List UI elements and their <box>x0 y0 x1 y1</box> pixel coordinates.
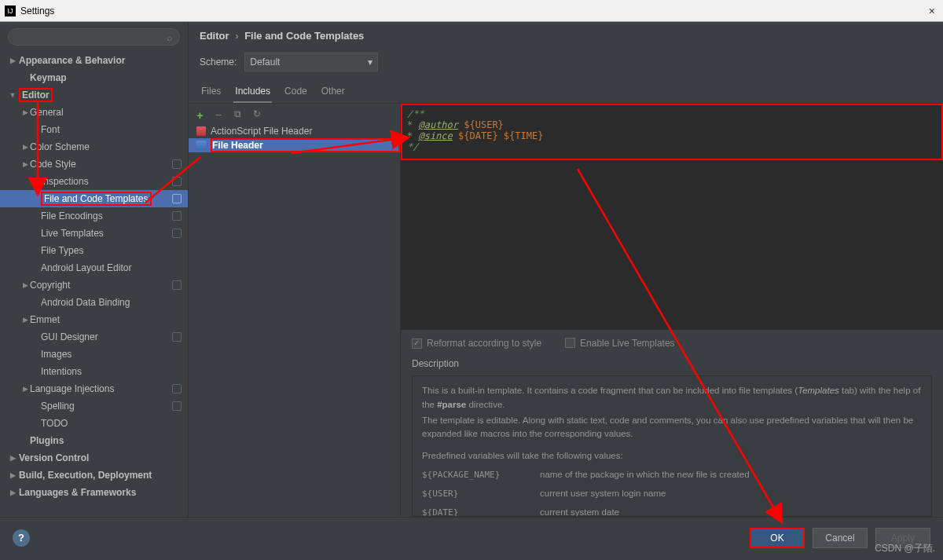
var-row: ${USER}current user system login name <box>422 487 922 501</box>
sidebar-item-font[interactable]: Font <box>0 121 188 138</box>
sidebar-item-android-layout[interactable]: Android Layout Editor <box>0 259 188 276</box>
cancel-button[interactable]: Cancel <box>813 528 868 548</box>
editor-split: + − ⧉ ↻ ActionScript File Header File He… <box>189 104 943 517</box>
sidebar-item-file-code-templates[interactable]: File and Code Templates <box>0 190 188 207</box>
reformat-checkbox[interactable]: Reformat according to style <box>412 338 541 349</box>
sidebar-item-keymap[interactable]: Keymap <box>0 69 188 86</box>
code-star: * <box>407 119 418 130</box>
template-file-header[interactable]: File Header <box>189 138 400 152</box>
sidebar-item-todo[interactable]: TODO <box>0 415 188 432</box>
code-line: /** <box>407 108 424 119</box>
sidebar-item-label: Language Injections <box>30 383 114 394</box>
close-icon[interactable]: × <box>926 5 938 17</box>
var-name: ${DATE} <box>422 506 540 517</box>
sidebar-item-label: Spelling <box>41 401 75 412</box>
enable-live-checkbox[interactable]: Enable Live Templates <box>565 338 675 349</box>
tab-label: Other <box>321 86 345 97</box>
sidebar-item-label: Android Data Binding <box>41 297 130 308</box>
checkbox-icon <box>565 338 575 348</box>
sidebar-item-label: File and Code Templates <box>44 193 149 204</box>
help-button[interactable]: ? <box>13 529 30 547</box>
var-name: ${USER} <box>422 487 540 501</box>
chevron-right-icon: ▶ <box>17 281 33 289</box>
tab-files[interactable]: Files <box>200 82 222 103</box>
sidebar-item-label: Font <box>41 124 60 135</box>
remove-icon[interactable]: − <box>215 108 226 119</box>
scope-indicator-icon <box>172 384 182 393</box>
sidebar-item-emmet[interactable]: ▶Emmet <box>0 311 188 328</box>
search-input[interactable] <box>8 28 180 46</box>
scheme-row: Scheme: Default ▾ <box>189 49 943 79</box>
breadcrumb-part: File and Code Templates <box>244 30 364 42</box>
settings-sidebar: ⌕ ▶Appearance & Behavior Keymap ▼Editor … <box>0 22 189 517</box>
button-label: Cancel <box>825 533 854 544</box>
scope-indicator-icon <box>172 332 182 342</box>
sidebar-item-label: Languages & Frameworks <box>19 487 136 498</box>
file-icon <box>196 141 206 150</box>
sidebar-item-build[interactable]: ▶Build, Execution, Deployment <box>0 467 188 484</box>
desc-bold: #parse <box>437 400 466 409</box>
sidebar-item-label: Images <box>41 349 72 360</box>
sidebar-item-color-scheme[interactable]: ▶Color Scheme <box>0 138 188 156</box>
sidebar-item-label: Build, Execution, Deployment <box>19 470 152 481</box>
template-toolbar: + − ⧉ ↻ <box>189 104 400 124</box>
sidebar-item-languages[interactable]: ▶Languages & Frameworks <box>0 484 188 501</box>
highlight-editor: Editor <box>19 88 53 102</box>
sidebar-item-label: Intentions <box>41 366 82 377</box>
code-tag: @since <box>418 130 452 141</box>
sidebar-item-version-control[interactable]: ▶Version Control <box>0 449 188 467</box>
refresh-icon[interactable]: ↻ <box>253 108 264 119</box>
sidebar-item-plugins[interactable]: Plugins <box>0 432 188 449</box>
highlight-fct: File and Code Templates <box>41 192 152 206</box>
sidebar-item-editor[interactable]: ▼Editor <box>0 86 188 104</box>
sidebar-item-general[interactable]: ▶General <box>0 104 188 121</box>
button-label: OK <box>770 533 783 544</box>
code-tag: @author <box>418 119 458 130</box>
sidebar-item-label: Code Style <box>30 159 76 170</box>
sidebar-item-label: Live Templates <box>41 228 104 239</box>
sidebar-item-file-types[interactable]: File Types <box>0 242 188 259</box>
chevron-right-icon: ▶ <box>17 316 33 324</box>
sidebar-item-appearance[interactable]: ▶Appearance & Behavior <box>0 52 188 69</box>
code-var: ${USER} <box>458 119 504 130</box>
desc-em: Templates <box>798 386 839 395</box>
sidebar-item-label: Version Control <box>19 452 89 463</box>
scheme-value: Default <box>250 57 280 68</box>
sidebar-item-label: File Types <box>41 245 83 256</box>
chevron-right-icon: ▶ <box>17 160 33 168</box>
sidebar-item-inspections[interactable]: Inspections <box>0 173 188 190</box>
template-actionscript-header[interactable]: ActionScript File Header <box>189 124 400 138</box>
code-editor-rest[interactable] <box>401 160 943 330</box>
code-editor[interactable]: /** * @author ${USER} * @since ${DATE} $… <box>401 104 943 160</box>
sidebar-item-label: Appearance & Behavior <box>19 55 125 66</box>
template-list: + − ⧉ ↻ ActionScript File Header File He… <box>189 104 401 517</box>
tab-other[interactable]: Other <box>320 82 347 103</box>
tab-code[interactable]: Code <box>283 82 309 103</box>
sidebar-item-lang-injections[interactable]: ▶Language Injections <box>0 380 188 397</box>
chevron-right-icon: ▶ <box>5 471 20 479</box>
sidebar-item-label: Android Layout Editor <box>41 262 131 273</box>
sidebar-item-file-encodings[interactable]: File Encodings <box>0 207 188 225</box>
add-icon[interactable]: + <box>196 108 207 119</box>
sidebar-item-intentions[interactable]: Intentions <box>0 363 188 380</box>
sidebar-item-spelling[interactable]: Spelling <box>0 397 188 415</box>
search-icon: ⌕ <box>167 32 172 43</box>
copy-icon[interactable]: ⧉ <box>234 108 245 119</box>
watermark: CSDN @子陌. <box>875 542 935 555</box>
sidebar-item-images[interactable]: Images <box>0 346 188 363</box>
chevron-right-icon: ▶ <box>5 489 20 496</box>
sidebar-item-live-templates[interactable]: Live Templates <box>0 225 188 242</box>
sidebar-item-copyright[interactable]: ▶Copyright <box>0 276 188 294</box>
tab-includes[interactable]: Includes <box>233 82 272 103</box>
var-desc: name of the package in which the new fil… <box>540 468 750 482</box>
sidebar-item-code-style[interactable]: ▶Code Style <box>0 156 188 173</box>
sidebar-item-gui-designer[interactable]: GUI Designer <box>0 328 188 346</box>
sidebar-item-android-data[interactable]: Android Data Binding <box>0 294 188 311</box>
var-name: ${PACKAGE_NAME} <box>422 468 540 482</box>
tabs-row: Files Includes Code Other <box>189 79 943 103</box>
var-row: ${PACKAGE_NAME}name of the package in wh… <box>422 468 922 482</box>
ok-button[interactable]: OK <box>750 528 805 548</box>
chevron-down-icon: ▾ <box>368 57 372 68</box>
scheme-select[interactable]: Default ▾ <box>244 53 378 71</box>
sidebar-item-label: Keymap <box>30 72 67 83</box>
